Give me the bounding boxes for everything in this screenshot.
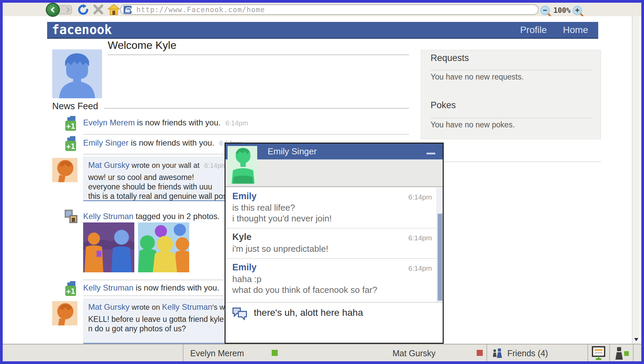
- feed-actor-link[interactable]: Evelyn Merem: [83, 118, 135, 127]
- feed-item: Kelly Struman is now friends with you. 6…: [83, 283, 247, 293]
- message-line: i thought you'd never join!: [232, 213, 332, 224]
- chat-tab-label: Mat Gursky: [393, 348, 436, 358]
- page-scrollbar[interactable]: [632, 16, 639, 344]
- message-sender: Emily: [232, 191, 257, 202]
- feed-actor-link[interactable]: Mat Gursky: [88, 160, 130, 170]
- svg-text:+1: +1: [66, 287, 75, 296]
- zoom-in-button[interactable]: +: [573, 6, 582, 15]
- status-indicator: [272, 350, 278, 356]
- stop-button[interactable]: [93, 4, 104, 15]
- chat-window: Emily Singer Emily 6:14pm is this real l…: [225, 143, 444, 344]
- feed-timestamp: 6:14pm: [204, 162, 227, 169]
- message-separator: [226, 228, 443, 229]
- url-text: http://www.Facenook.com/home: [136, 6, 265, 14]
- message-separator: [226, 258, 443, 259]
- mat-gursky-avatar: [52, 301, 77, 326]
- chat-scrollbar-thumb[interactable]: [438, 214, 442, 301]
- page-content: facenook Profile Home Welcome Kyle News …: [3, 16, 641, 344]
- feed-action-text: is now friends with you.: [136, 283, 219, 292]
- minimize-icon[interactable]: [427, 153, 435, 154]
- zoom-level: 100%: [553, 6, 571, 14]
- emily-avatar: [228, 146, 257, 184]
- friends-tab-label: Friends (4): [507, 348, 548, 358]
- status-indicator: [477, 350, 483, 356]
- chat-tab-label: Evelyn Merem: [190, 348, 244, 358]
- friends-icon: [493, 348, 503, 359]
- profile-avatar: [52, 49, 102, 98]
- pokes-divider: [431, 118, 591, 118]
- chat-scrollbar[interactable]: [437, 188, 443, 302]
- message-time: 6:14pm: [408, 234, 432, 242]
- svg-text:+1: +1: [66, 122, 75, 130]
- welcome-heading: Welcome Kyle: [108, 39, 176, 52]
- chat-tab-evelyn[interactable]: Evelyn Merem: [183, 344, 282, 361]
- friend-added-icon: +1: [65, 281, 78, 297]
- sidebar-lower-divider: [421, 161, 601, 162]
- pokes-empty-text: You have no new pokes.: [431, 120, 515, 129]
- chat-tab-mat[interactable]: Mat Gursky: [383, 344, 486, 361]
- chat-message-list: Emily 6:14pm is this real lifee? i thoug…: [226, 188, 443, 302]
- chat-header-strip: [226, 159, 443, 187]
- message-time: 6:14pm: [408, 264, 432, 272]
- feed-actor-link[interactable]: Mat Gursky: [88, 302, 130, 311]
- display-settings-button[interactable]: [587, 344, 609, 361]
- feed-action-text: wrote on: [132, 303, 160, 311]
- nav-profile-link[interactable]: Profile: [520, 25, 547, 35]
- chat-input-area[interactable]: there's uh, alott here haha: [226, 302, 443, 343]
- requests-heading: Requests: [431, 53, 469, 63]
- feed-item: Evelyn Merem is now friends with you. 6:…: [83, 118, 248, 127]
- pokes-heading: Pokes: [431, 100, 456, 111]
- feed-action-text: is now friends with you.: [131, 138, 214, 147]
- photos-icon: [65, 210, 78, 224]
- facenook-header: facenook Profile Home: [47, 22, 598, 39]
- welcome-divider: [108, 54, 409, 55]
- message-line: i'm just so unpredictable!: [232, 244, 328, 254]
- browser-window: http://www.Facenook.com/home − 100% + fa…: [3, 3, 641, 361]
- nav-home-link[interactable]: Home: [563, 25, 588, 35]
- feed-item: Kelly Struman tagged you in 2 photos. 6:…: [83, 212, 247, 221]
- monitor-icon: [591, 346, 606, 360]
- message-sender: Kyle: [232, 232, 251, 242]
- message-line: is this real lifee?: [232, 203, 295, 213]
- message-sender: Emily: [232, 262, 257, 273]
- chat-bubbles-icon: [232, 307, 247, 320]
- scroll-down-icon[interactable]: [634, 338, 638, 341]
- message-time: 6:14pm: [408, 193, 432, 201]
- online-status-button[interactable]: [609, 344, 633, 361]
- friends-tab[interactable]: Friends (4): [486, 344, 587, 361]
- tagged-photo[interactable]: [83, 222, 134, 272]
- message-line: what do you think of facenook so far?: [232, 285, 377, 295]
- news-feed-heading: News Feed: [52, 101, 98, 112]
- screenshot-root: { "browser": { "url": "http://www.Faceno…: [0, 0, 644, 364]
- chat-typed-text[interactable]: there's uh, alott here haha: [254, 307, 363, 318]
- feed-separator: [83, 134, 409, 135]
- feed-item: Emily Singer is now friends with you. 6:…: [83, 138, 242, 148]
- requests-empty-text: You have no new requests.: [431, 72, 524, 82]
- zoom-out-button[interactable]: −: [540, 6, 550, 15]
- feed-actor-link[interactable]: Kelly Struman: [83, 283, 133, 292]
- feed-action-text: tagged you in 2 photos.: [136, 212, 220, 221]
- news-feed-divider: [104, 108, 409, 109]
- notifications-panel: Requests You have no new requests. Pokes…: [421, 50, 601, 139]
- browser-toolbar: http://www.Facenook.com/home − 100% +: [3, 3, 641, 16]
- tagged-photo[interactable]: [138, 222, 189, 272]
- chat-taskbar: Evelyn Merem Emily Singer Mat Gursky Fri…: [3, 344, 641, 361]
- site-lock-icon: [124, 6, 132, 14]
- feed-target-link[interactable]: Kelly Struman: [162, 302, 212, 311]
- back-button[interactable]: [46, 3, 60, 17]
- feed-actor-link[interactable]: Emily Singer: [83, 138, 129, 147]
- facenook-logo[interactable]: facenook: [52, 23, 112, 37]
- url-bar[interactable]: http://www.Facenook.com/home: [120, 4, 539, 15]
- person-status-icon: [613, 346, 629, 360]
- forward-icon: [65, 7, 70, 13]
- chat-titlebar[interactable]: Emily Singer: [226, 144, 443, 159]
- refresh-button[interactable]: [77, 4, 89, 16]
- message-line: haha :p: [232, 274, 262, 284]
- feed-action-text: is now friends with you.: [137, 118, 221, 127]
- back-icon: [51, 7, 57, 13]
- feed-actor-link[interactable]: Kelly Struman: [83, 212, 133, 221]
- mat-gursky-avatar: [52, 158, 77, 182]
- feed-action-text: wrote on your wall at: [132, 161, 200, 170]
- home-button[interactable]: [108, 4, 120, 16]
- chat-title: Emily Singer: [268, 146, 317, 157]
